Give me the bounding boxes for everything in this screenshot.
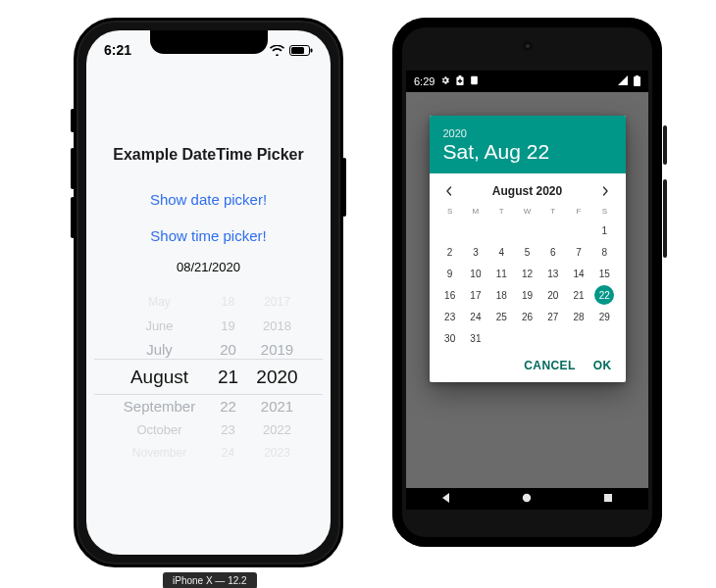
- calendar-empty: [566, 220, 591, 241]
- calendar-day[interactable]: 28: [566, 306, 591, 327]
- wheel-month[interactable]: May: [111, 295, 209, 309]
- calendar-day[interactable]: 26: [514, 306, 539, 327]
- calendar-weekday: F: [566, 203, 591, 220]
- wheel-year[interactable]: 2020: [248, 367, 307, 388]
- nav-back-icon[interactable]: [440, 490, 452, 508]
- wheel-month[interactable]: July: [111, 341, 209, 358]
- wheel-row[interactable]: May182017: [86, 290, 331, 314]
- calendar-day[interactable]: 22: [591, 284, 617, 306]
- ok-button[interactable]: OK: [593, 359, 612, 372]
- wheel-day[interactable]: 24: [209, 446, 248, 460]
- cancel-button[interactable]: CANCEL: [524, 359, 575, 372]
- calendar-day[interactable]: 5: [514, 241, 539, 263]
- ios-content: Example DateTime Picker Show date picker…: [86, 70, 331, 555]
- calendar-day[interactable]: 2: [437, 241, 463, 263]
- dialog-selected-date[interactable]: Sat, Aug 22: [443, 140, 612, 164]
- wifi-icon: [270, 45, 284, 56]
- wheel-year[interactable]: 2019: [248, 341, 307, 358]
- calendar-day[interactable]: 13: [540, 263, 566, 284]
- wheel-month[interactable]: October: [111, 422, 209, 437]
- calendar-empty: [437, 220, 463, 241]
- calendar-day[interactable]: 10: [463, 263, 488, 284]
- calendar-day[interactable]: 19: [514, 284, 539, 306]
- calendar-day[interactable]: 30: [437, 327, 463, 349]
- calendar-weekday: S: [437, 203, 463, 220]
- calendar-day[interactable]: 23: [437, 306, 463, 327]
- android-status-bar: 6:29: [406, 71, 648, 92]
- wheel-year[interactable]: 2018: [248, 318, 307, 333]
- calendar-day[interactable]: 21: [566, 284, 591, 306]
- wheel-year[interactable]: 2021: [248, 398, 307, 415]
- dialog-actions: CANCEL OK: [430, 353, 626, 382]
- wheel-day[interactable]: 19: [209, 318, 248, 333]
- calendar-day[interactable]: 20: [540, 284, 566, 306]
- calendar-weekday: T: [488, 203, 514, 220]
- calendar-day[interactable]: 25: [488, 306, 514, 327]
- calendar-day[interactable]: 17: [463, 284, 488, 306]
- battery-saver-icon: [456, 75, 464, 87]
- gear-icon: [440, 75, 450, 87]
- svg-rect-2: [291, 47, 304, 54]
- svg-rect-3: [472, 76, 479, 84]
- wheel-month[interactable]: November: [111, 446, 209, 460]
- dialog-year[interactable]: 2020: [443, 127, 612, 139]
- calendar-empty: [540, 327, 566, 349]
- show-time-picker-button[interactable]: Show time picker!: [150, 227, 266, 244]
- svg-point-6: [523, 494, 531, 502]
- calendar-day[interactable]: 6: [540, 241, 566, 263]
- svg-rect-4: [634, 76, 640, 86]
- calendar-empty: [566, 327, 591, 349]
- page-title: Example DateTime Picker: [113, 146, 303, 164]
- wheel-year[interactable]: 2022: [248, 422, 307, 437]
- calendar-day[interactable]: 24: [463, 306, 488, 327]
- calendar-day[interactable]: 1: [591, 220, 617, 241]
- calendar-empty: [540, 220, 566, 241]
- calendar-day[interactable]: 9: [437, 263, 463, 284]
- wheel-day[interactable]: 20: [209, 341, 248, 358]
- calendar-day[interactable]: 11: [488, 263, 514, 284]
- wheel-month[interactable]: August: [111, 367, 209, 388]
- prev-month-button[interactable]: [441, 183, 457, 199]
- wheel-row[interactable]: September222021: [86, 394, 331, 417]
- android-camera: [523, 41, 533, 51]
- wheel-row[interactable]: July202019: [86, 337, 331, 361]
- wheel-row[interactable]: November242023: [86, 441, 331, 465]
- wheel-row[interactable]: October232022: [86, 417, 331, 441]
- calendar-day[interactable]: 29: [591, 306, 617, 327]
- calendar-day[interactable]: 31: [463, 327, 488, 349]
- calendar-day[interactable]: 15: [591, 263, 617, 284]
- battery-icon: [634, 75, 640, 88]
- wheel-day[interactable]: 18: [209, 295, 248, 309]
- nav-home-icon[interactable]: [521, 490, 533, 508]
- signal-icon: [618, 75, 628, 87]
- wheel-row[interactable]: August212020: [86, 361, 331, 394]
- calendar-day[interactable]: 18: [488, 284, 514, 306]
- calendar-day[interactable]: 12: [514, 263, 539, 284]
- wheel-day[interactable]: 21: [209, 367, 248, 388]
- calendar-empty: [463, 220, 488, 241]
- calendar-empty: [591, 327, 617, 349]
- wheel-year[interactable]: 2017: [248, 295, 307, 309]
- wheel-year[interactable]: 2023: [248, 446, 307, 460]
- calendar-day[interactable]: 4: [488, 241, 514, 263]
- calendar-day[interactable]: 14: [566, 263, 591, 284]
- calendar-day[interactable]: 8: [591, 241, 617, 263]
- iphone-silence-switch: [71, 109, 75, 132]
- svg-rect-5: [636, 75, 639, 77]
- iphone-screen: 6:21 Example DateTime Picker Show date p…: [86, 30, 331, 555]
- wheel-row[interactable]: June192018: [86, 314, 331, 337]
- calendar-day[interactable]: 27: [540, 306, 566, 327]
- date-picker-dialog: 2020 Sat, Aug 22 August 2020 SMTWTFS1234…: [430, 116, 626, 382]
- calendar-day[interactable]: 3: [463, 241, 488, 263]
- wheel-month[interactable]: September: [111, 398, 209, 415]
- show-date-picker-button[interactable]: Show date picker!: [150, 191, 267, 208]
- calendar-day[interactable]: 7: [566, 241, 591, 263]
- android-dialog-scrim[interactable]: 2020 Sat, Aug 22 August 2020 SMTWTFS1234…: [406, 92, 648, 490]
- next-month-button[interactable]: [597, 183, 613, 199]
- wheel-month[interactable]: June: [111, 318, 209, 333]
- ios-date-wheel[interactable]: May182017June192018July202019August21202…: [86, 288, 331, 466]
- calendar-day[interactable]: 16: [437, 284, 463, 306]
- wheel-day[interactable]: 22: [209, 398, 248, 415]
- nav-recents-icon[interactable]: [602, 490, 614, 508]
- wheel-day[interactable]: 23: [209, 422, 248, 437]
